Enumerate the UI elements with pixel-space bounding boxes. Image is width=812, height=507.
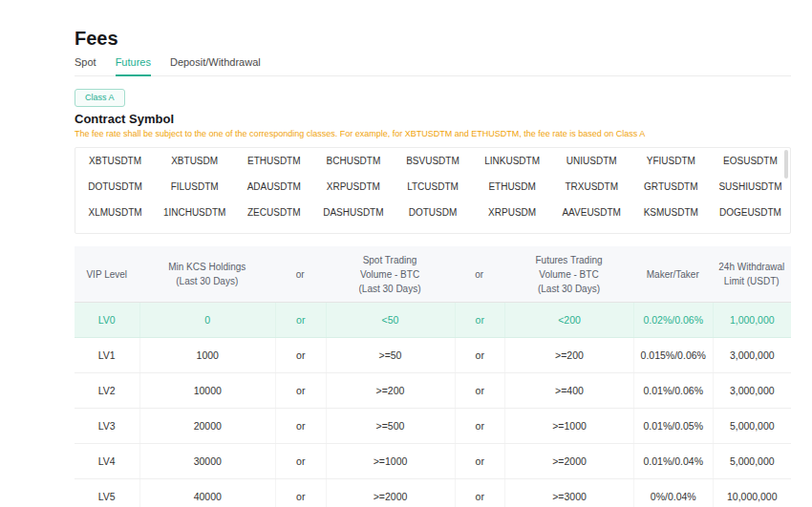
fee-table-cell: <50 — [326, 303, 455, 337]
contract-symbol-item: VETUSDTM — [75, 225, 155, 234]
contract-symbol-item: FILUSDTM — [155, 174, 234, 200]
fee-table-cell: 1000 — [139, 338, 276, 372]
fee-table-cell: LV3 — [75, 409, 139, 443]
fee-table-header-cell: 24h Withdrawal Limit (USDT) — [713, 246, 792, 302]
fee-table-cell: 0.015%/0.06% — [633, 338, 713, 372]
fee-table-cell: >=3000 — [504, 479, 633, 507]
contract-symbol-item: XBTUSDM — [155, 148, 234, 174]
contract-symbol-item: CRVUSDTM — [393, 225, 472, 234]
fee-table-header-cell: or — [455, 246, 505, 302]
fee-table-cell: 0.02%/0.06% — [633, 303, 713, 337]
tab-deposit-withdrawal[interactable]: Deposit/Withdrawal — [170, 55, 261, 75]
fee-table-cell: or — [455, 338, 505, 372]
fee-table-cell: LV4 — [75, 444, 139, 478]
fee-table-cell: or — [275, 303, 326, 337]
contract-symbol-item: XRPUSDM — [473, 200, 552, 225]
fee-table-cell: LV2 — [75, 373, 139, 408]
fee-table-cell: 0.01%/0.05% — [633, 409, 713, 443]
class-a-badge[interactable]: Class A — [75, 89, 125, 107]
symbol-grid: XBTUSDTMXBTUSDMETHUSDTMBCHUSDTMBSVUSDTML… — [75, 148, 790, 234]
fee-table-header-cell: Futures Trading Volume - BTC (Last 30 Da… — [504, 246, 633, 302]
contract-symbol-heading: Contract Symbol — [75, 113, 791, 125]
fee-table-cell: >=50 — [326, 338, 455, 372]
fee-table-cell: or — [455, 303, 505, 337]
fee-tabs: SpotFuturesDeposit/Withdrawal — [75, 55, 791, 76]
fee-table-cell: 1,000,000 — [713, 303, 792, 337]
contract-symbol-item: ALGOUSDTM — [473, 225, 552, 234]
fee-table-cell: 3,000,000 — [713, 373, 792, 408]
contract-symbol-item: UNIUSDTM — [552, 148, 631, 174]
fee-table-row: LV00or<50or<2000.02%/0.06%1,000,000 — [75, 303, 791, 338]
fee-table-cell: >=1000 — [504, 409, 633, 443]
contract-symbol-item: GRTUSDTM — [631, 174, 711, 200]
fee-table-row: LV320000or>=500or>=10000.01%/0.05%5,000,… — [75, 409, 791, 444]
contract-symbol-item: DOTUSDM — [393, 200, 472, 225]
fee-table-cell: >=400 — [504, 373, 633, 408]
contract-symbol-item: XBTUSDTM — [75, 148, 155, 174]
fee-table-row: LV430000or>=1000or>=20000.01%/0.04%5,000… — [75, 444, 791, 479]
fee-table-cell: 0 — [139, 303, 276, 337]
contract-symbol-item: BCHUSDTM — [313, 148, 393, 174]
fee-table-header-cell: or — [275, 246, 326, 302]
contract-symbol-item: LINKUSDTM — [473, 148, 552, 174]
contract-symbol-item: DASHUSDTM — [313, 200, 393, 225]
contract-symbol-item: DOGEUSDTM — [711, 200, 790, 225]
tab-spot[interactable]: Spot — [75, 55, 96, 75]
fee-table-row: LV540000or>=2000or>=30000%/0.04%10,000,0… — [75, 479, 791, 507]
contract-symbol-item: ETHUSDM — [473, 174, 552, 200]
contract-symbol-item: MATICUSDTM — [711, 225, 790, 234]
page-title: Fees — [75, 29, 791, 48]
contract-symbol-item: AAVEUSDTM — [552, 200, 631, 225]
contract-symbol-item: SXPUSDTM — [234, 225, 313, 234]
contract-symbol-item: ADAUSDTM — [234, 174, 313, 200]
fee-table-cell: >=2000 — [326, 479, 455, 507]
contract-symbol-item: FTMUSDTM — [631, 225, 711, 234]
fee-table-cell: 40000 — [139, 479, 276, 507]
fee-table-cell: 5,000,000 — [713, 444, 792, 478]
fee-table-cell: or — [275, 409, 326, 443]
fee-table-header-cell: Maker/Taker — [633, 246, 713, 302]
fee-table-cell: <200 — [504, 303, 633, 337]
contract-symbol-item: DOTUSDTM — [75, 174, 155, 200]
fee-table-cell: >=200 — [504, 338, 633, 372]
fee-table-header-cell: Spot Trading Volume - BTC (Last 30 Days) — [326, 246, 455, 302]
fee-table-row: LV210000or>=200or>=4000.01%/0.06%3,000,0… — [75, 373, 791, 409]
fee-table-cell: LV5 — [75, 479, 139, 507]
contract-symbol-item: XRPUSDTM — [313, 174, 393, 200]
contract-symbol-item: SUSHIUSDTM — [711, 174, 790, 200]
tab-futures[interactable]: Futures — [116, 55, 151, 76]
contract-symbol-item: SOLUSDTM — [313, 225, 393, 234]
fee-table-cell: >=200 — [326, 373, 455, 408]
fee-table-cell: 10,000,000 — [713, 479, 792, 507]
fee-table-cell: or — [455, 479, 505, 507]
scrollbar-thumb[interactable] — [784, 150, 788, 179]
fee-table-cell: >=1000 — [326, 444, 455, 478]
contract-symbol-item: AVAXUSDTM — [552, 225, 631, 234]
fee-table-cell: 10000 — [139, 373, 276, 408]
fee-table-cell: >=2000 — [504, 444, 633, 478]
fee-table: VIP LevelMin KCS Holdings (Last 30 Days)… — [75, 246, 791, 507]
contract-symbol-item: BNBUSDTM — [155, 225, 234, 234]
fee-table-cell: or — [275, 479, 326, 507]
contract-symbol-item: ZECUSDTM — [234, 200, 313, 225]
fee-table-header-cell: VIP Level — [75, 246, 139, 302]
fee-table-cell: 0.01%/0.06% — [633, 373, 713, 408]
fee-table-cell: 20000 — [139, 409, 276, 443]
fee-table-cell: >=500 — [326, 409, 455, 443]
fee-table-body: LV00or<50or<2000.02%/0.06%1,000,000LV110… — [75, 303, 791, 507]
fee-table-cell: LV1 — [75, 338, 139, 372]
contract-symbol-list[interactable]: XBTUSDTMXBTUSDMETHUSDTMBCHUSDTMBSVUSDTML… — [75, 147, 791, 234]
contract-symbol-item: LTCUSDTM — [393, 174, 472, 200]
fee-table-cell: 0%/0.04% — [633, 479, 713, 507]
fee-table-cell: 0.01%/0.04% — [633, 444, 713, 478]
fee-rate-note: The fee rate shall be subject to the one… — [75, 130, 791, 138]
fee-table-cell: or — [455, 409, 505, 443]
fee-table-cell: or — [275, 444, 326, 478]
fee-table-head: VIP LevelMin KCS Holdings (Last 30 Days)… — [75, 246, 791, 303]
contract-symbol-item: 1INCHUSDTM — [155, 200, 234, 225]
contract-symbol-item: YFIUSDTM — [631, 148, 711, 174]
fee-table-row: LV11000or>=50or>=2000.015%/0.06%3,000,00… — [75, 338, 791, 373]
fee-table-cell: 30000 — [139, 444, 276, 478]
fee-table-cell: 5,000,000 — [713, 409, 792, 443]
fees-page: Fees SpotFuturesDeposit/Withdrawal Class… — [75, 29, 791, 507]
